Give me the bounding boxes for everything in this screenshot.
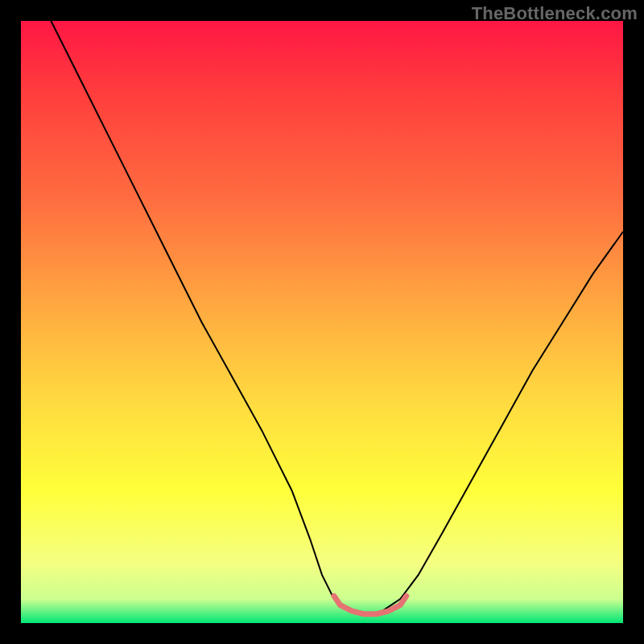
curve-layer bbox=[21, 21, 623, 623]
sweet-spot-marker bbox=[334, 596, 407, 613]
bottleneck-curve bbox=[51, 21, 623, 614]
plot-area bbox=[21, 21, 623, 623]
watermark-text: TheBottleneck.com bbox=[472, 3, 638, 24]
chart-frame: TheBottleneck.com bbox=[0, 0, 644, 644]
